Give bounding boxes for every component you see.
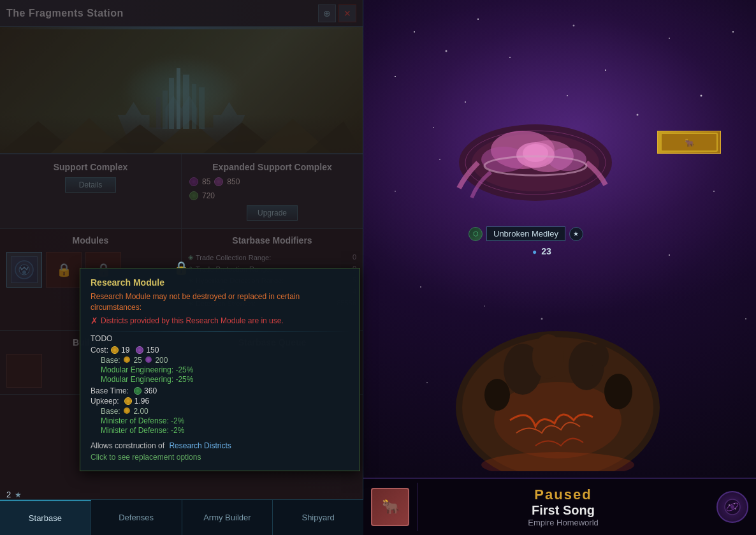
svg-point-6 [669, 38, 670, 39]
svg-point-40 [494, 382, 622, 458]
tab-defenses[interactable]: Defenses [91, 500, 182, 535]
galaxy-map-icon[interactable] [716, 491, 748, 523]
tooltip-error: ✗ Districts provided by this Research Mo… [91, 316, 349, 326]
paused-text: Paused [428, 487, 699, 503]
tooltip-allows-link[interactable]: Research Districts [169, 441, 231, 450]
svg-point-12 [395, 191, 396, 192]
hud-text-area: Paused First Song Empire Homeworld [418, 481, 709, 532]
svg-point-42 [532, 334, 564, 379]
tooltip-upkeep-mod2: Minister of Defense: -2% [101, 426, 349, 435]
small-ship-badge[interactable]: 🐂 [657, 131, 721, 154]
upkeep-base-icon [124, 407, 130, 414]
svg-point-70 [734, 503, 735, 504]
ship-name-text: Unbroken Medley [493, 229, 558, 238]
svg-point-2 [477, 18, 479, 20]
cost-alloys-val: 150 [146, 346, 159, 355]
svg-point-30 [548, 148, 586, 171]
svg-point-45 [604, 374, 632, 409]
energy-cost-icon [111, 346, 119, 354]
tooltip-base-row: Base: 25 200 [101, 356, 349, 365]
svg-point-68 [729, 504, 730, 506]
ship-count-number: 23 [541, 246, 551, 256]
tab-army-builder[interactable]: Army Builder [182, 500, 273, 535]
tooltip-todo: TODO [91, 334, 349, 343]
svg-point-67 [731, 505, 734, 509]
svg-point-5 [605, 70, 606, 71]
ship-label-container: ⬡ Unbroken Medley ★ [469, 226, 583, 241]
svg-point-8 [732, 31, 734, 33]
svg-point-16 [395, 76, 396, 77]
svg-point-20 [426, 382, 428, 383]
bottom-hud: 🐂 Paused First Song Empire Homeworld [363, 478, 756, 535]
tooltip-mod-eng-2: Modular Engineering: -25% [101, 375, 349, 384]
svg-point-1 [446, 50, 447, 52]
tooltip-upkeep-base-row: Base: 2.00 [101, 407, 349, 416]
svg-point-0 [414, 31, 415, 33]
ship-action-icon[interactable]: ★ [569, 227, 583, 241]
asteroid-svg [446, 280, 669, 471]
svg-point-3 [509, 57, 511, 58]
svg-text:🐂: 🐂 [685, 138, 694, 147]
svg-point-13 [420, 286, 421, 288]
tooltip-upkeep-row: Upkeep: 1.96 [91, 397, 349, 406]
alloys-cost-icon [136, 346, 143, 354]
svg-point-18 [745, 318, 746, 319]
research-module-tooltip: Research Module Research Module may not … [80, 268, 360, 471]
ship-emblem-icon: ⬡ [469, 227, 483, 241]
svg-point-11 [637, 114, 639, 116]
tooltip-cost-row: Cost: 19 150 [91, 346, 349, 355]
upkeep-energy-icon [124, 397, 132, 405]
build-slot-1[interactable]: 🔒 [6, 354, 42, 388]
error-x-icon: ✗ [91, 316, 98, 326]
empire-emblem[interactable]: 🐂 [371, 488, 409, 526]
svg-point-7 [701, 95, 702, 97]
starbase-star-icon: ★ [15, 490, 22, 499]
svg-point-44 [484, 379, 510, 411]
base-energy-icon [124, 356, 130, 363]
tooltip-divider-1 [91, 331, 349, 332]
tooltip-warning: Research Module may not be destroyed or … [91, 291, 349, 313]
tooltip-title: Research Module [91, 277, 349, 288]
ship-count-display: ● 23 [532, 246, 551, 256]
empire-name: First Song [428, 503, 699, 518]
svg-point-15 [669, 254, 670, 256]
hud-emblem-area[interactable]: 🐂 [363, 483, 418, 531]
svg-point-4 [573, 25, 575, 27]
svg-point-23 [567, 95, 568, 96]
starbase-number: 2 [6, 490, 11, 499]
tooltip-allows-row: Allows construction of Research District… [91, 441, 349, 450]
svg-point-46 [590, 344, 609, 369]
homeworld-text: Empire Homeworld [428, 518, 699, 527]
tooltip-upkeep-mod1: Minister of Defense: -2% [101, 416, 349, 425]
upkeep-val: 1.96 [134, 397, 149, 406]
svg-point-9 [433, 127, 434, 128]
svg-point-14 [713, 191, 715, 192]
time-icon [134, 387, 142, 395]
bottom-tabs: Starbase Defenses Army Builder Shipyard [0, 499, 363, 535]
ship-svg[interactable] [440, 99, 631, 226]
base-alloys-icon [145, 356, 152, 363]
starbase-badge: 2 ★ [6, 490, 22, 499]
ship-name-badge: Unbroken Medley [486, 226, 565, 241]
tooltip-click-hint[interactable]: Click to see replacement options [91, 453, 349, 462]
svg-point-69 [735, 508, 736, 509]
svg-point-32 [523, 144, 548, 162]
basetime-val: 360 [144, 386, 157, 395]
tab-shipyard[interactable]: Shipyard [273, 500, 363, 535]
cost-energy-val: 19 [121, 346, 129, 355]
tooltip-mod-eng-1: Modular Engineering: -25% [101, 365, 349, 374]
tooltip-basetime-row: Base Time: 360 [91, 386, 349, 395]
tab-starbase[interactable]: Starbase [0, 500, 91, 535]
